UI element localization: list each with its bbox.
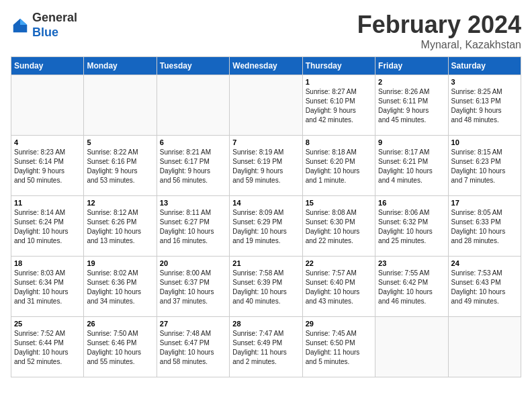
day-info: Sunrise: 8:22 AM Sunset: 6:16 PM Dayligh…	[87, 148, 153, 185]
day-info: Sunrise: 8:11 AM Sunset: 6:27 PM Dayligh…	[160, 208, 226, 246]
calendar-week-row: 25Sunrise: 7:52 AM Sunset: 6:44 PM Dayli…	[11, 317, 521, 377]
day-number: 27	[160, 320, 226, 328]
calendar-title: February 2024	[357, 11, 521, 39]
calendar-cell: 13Sunrise: 8:11 AM Sunset: 6:27 PM Dayli…	[157, 196, 229, 257]
calendar-cell: 8Sunrise: 8:18 AM Sunset: 6:20 PM Daylig…	[302, 136, 375, 196]
day-info: Sunrise: 7:53 AM Sunset: 6:43 PM Dayligh…	[451, 269, 518, 306]
calendar-table: SundayMondayTuesdayWednesdayThursdayFrid…	[11, 56, 521, 377]
calendar-cell: 18Sunrise: 8:03 AM Sunset: 6:34 PM Dayli…	[11, 257, 84, 317]
day-info: Sunrise: 8:06 AM Sunset: 6:32 PM Dayligh…	[378, 208, 445, 246]
day-info: Sunrise: 7:47 AM Sunset: 6:49 PM Dayligh…	[232, 329, 299, 367]
logo-general: General	[32, 11, 77, 24]
day-number: 14	[232, 199, 299, 207]
calendar-cell: 11Sunrise: 8:14 AM Sunset: 6:24 PM Dayli…	[11, 196, 84, 257]
day-number: 28	[232, 320, 299, 328]
day-info: Sunrise: 8:12 AM Sunset: 6:26 PM Dayligh…	[87, 208, 153, 246]
calendar-cell: 16Sunrise: 8:06 AM Sunset: 6:32 PM Dayli…	[375, 196, 448, 257]
calendar-cell: 24Sunrise: 7:53 AM Sunset: 6:43 PM Dayli…	[448, 257, 521, 317]
day-info: Sunrise: 7:50 AM Sunset: 6:46 PM Dayligh…	[87, 329, 153, 367]
calendar-cell: 19Sunrise: 8:02 AM Sunset: 6:36 PM Dayli…	[84, 257, 157, 317]
calendar-cell	[375, 317, 448, 377]
day-info: Sunrise: 8:23 AM Sunset: 6:14 PM Dayligh…	[14, 148, 81, 185]
calendar-cell: 21Sunrise: 7:58 AM Sunset: 6:39 PM Dayli…	[230, 257, 302, 317]
calendar-cell	[157, 75, 229, 136]
calendar-week-row: 18Sunrise: 8:03 AM Sunset: 6:34 PM Dayli…	[11, 257, 521, 317]
day-number: 20	[160, 259, 226, 267]
calendar-cell: 27Sunrise: 7:48 AM Sunset: 6:47 PM Dayli…	[157, 317, 229, 377]
calendar-cell: 26Sunrise: 7:50 AM Sunset: 6:46 PM Dayli…	[84, 317, 157, 377]
day-info: Sunrise: 8:15 AM Sunset: 6:23 PM Dayligh…	[451, 148, 518, 185]
weekday-header: Saturday	[448, 57, 521, 75]
weekday-row: SundayMondayTuesdayWednesdayThursdayFrid…	[11, 57, 521, 75]
logo-blue: Blue	[32, 26, 58, 39]
calendar-cell: 25Sunrise: 7:52 AM Sunset: 6:44 PM Dayli…	[11, 317, 84, 377]
calendar-cell: 17Sunrise: 8:05 AM Sunset: 6:33 PM Dayli…	[448, 196, 521, 257]
day-info: Sunrise: 8:19 AM Sunset: 6:19 PM Dayligh…	[232, 148, 299, 185]
day-number: 24	[451, 259, 518, 267]
calendar-cell	[11, 75, 84, 136]
calendar-week-row: 1Sunrise: 8:27 AM Sunset: 6:10 PM Daylig…	[11, 75, 521, 136]
calendar-cell: 6Sunrise: 8:21 AM Sunset: 6:17 PM Daylig…	[157, 136, 229, 196]
day-info: Sunrise: 8:26 AM Sunset: 6:11 PM Dayligh…	[378, 87, 445, 125]
weekday-header: Tuesday	[157, 57, 229, 75]
day-info: Sunrise: 7:52 AM Sunset: 6:44 PM Dayligh…	[14, 329, 81, 367]
day-number: 6	[160, 138, 226, 146]
calendar-cell: 28Sunrise: 7:47 AM Sunset: 6:49 PM Dayli…	[230, 317, 302, 377]
calendar-week-row: 4Sunrise: 8:23 AM Sunset: 6:14 PM Daylig…	[11, 136, 521, 196]
calendar-cell: 29Sunrise: 7:45 AM Sunset: 6:50 PM Dayli…	[302, 317, 375, 377]
calendar-cell: 20Sunrise: 8:00 AM Sunset: 6:37 PM Dayli…	[157, 257, 229, 317]
calendar-body: 1Sunrise: 8:27 AM Sunset: 6:10 PM Daylig…	[11, 75, 521, 377]
day-number: 21	[232, 259, 299, 267]
calendar-cell: 15Sunrise: 8:08 AM Sunset: 6:30 PM Dayli…	[302, 196, 375, 257]
calendar-cell: 3Sunrise: 8:25 AM Sunset: 6:13 PM Daylig…	[448, 75, 521, 136]
day-number: 13	[160, 199, 226, 207]
day-info: Sunrise: 7:45 AM Sunset: 6:50 PM Dayligh…	[306, 329, 372, 367]
day-info: Sunrise: 8:14 AM Sunset: 6:24 PM Dayligh…	[14, 208, 81, 246]
day-number: 10	[451, 138, 518, 146]
day-number: 26	[87, 320, 153, 328]
weekday-header: Sunday	[11, 57, 84, 75]
day-number: 17	[451, 199, 518, 207]
calendar-cell: 5Sunrise: 8:22 AM Sunset: 6:16 PM Daylig…	[84, 136, 157, 196]
logo-text: General Blue	[32, 11, 77, 40]
day-number: 4	[14, 138, 81, 146]
day-info: Sunrise: 8:00 AM Sunset: 6:37 PM Dayligh…	[160, 269, 226, 306]
day-info: Sunrise: 8:08 AM Sunset: 6:30 PM Dayligh…	[306, 208, 372, 246]
calendar-cell: 22Sunrise: 7:57 AM Sunset: 6:40 PM Dayli…	[302, 257, 375, 317]
day-number: 19	[87, 259, 153, 267]
day-info: Sunrise: 8:21 AM Sunset: 6:17 PM Dayligh…	[160, 148, 226, 185]
calendar-cell: 14Sunrise: 8:09 AM Sunset: 6:29 PM Dayli…	[230, 196, 302, 257]
weekday-header: Monday	[84, 57, 157, 75]
calendar-cell: 12Sunrise: 8:12 AM Sunset: 6:26 PM Dayli…	[84, 196, 157, 257]
day-info: Sunrise: 8:05 AM Sunset: 6:33 PM Dayligh…	[451, 208, 518, 246]
calendar-cell	[230, 75, 302, 136]
calendar-cell	[84, 75, 157, 136]
day-number: 5	[87, 138, 153, 146]
calendar-week-row: 11Sunrise: 8:14 AM Sunset: 6:24 PM Dayli…	[11, 196, 521, 257]
day-number: 18	[14, 259, 81, 267]
day-info: Sunrise: 8:17 AM Sunset: 6:21 PM Dayligh…	[378, 148, 445, 185]
weekday-header: Wednesday	[230, 57, 302, 75]
day-number: 22	[306, 259, 372, 267]
day-info: Sunrise: 7:48 AM Sunset: 6:47 PM Dayligh…	[160, 329, 226, 367]
day-number: 25	[14, 320, 81, 328]
calendar-cell: 7Sunrise: 8:19 AM Sunset: 6:19 PM Daylig…	[230, 136, 302, 196]
day-info: Sunrise: 8:03 AM Sunset: 6:34 PM Dayligh…	[14, 269, 81, 306]
day-info: Sunrise: 8:18 AM Sunset: 6:20 PM Dayligh…	[306, 148, 372, 185]
day-info: Sunrise: 8:25 AM Sunset: 6:13 PM Dayligh…	[451, 87, 518, 125]
logo: General Blue	[11, 11, 77, 40]
day-info: Sunrise: 7:58 AM Sunset: 6:39 PM Dayligh…	[232, 269, 299, 306]
day-info: Sunrise: 8:09 AM Sunset: 6:29 PM Dayligh…	[232, 208, 299, 246]
day-info: Sunrise: 7:55 AM Sunset: 6:42 PM Dayligh…	[378, 269, 445, 306]
day-number: 1	[306, 78, 372, 86]
day-number: 29	[306, 320, 372, 328]
day-number: 7	[232, 138, 299, 146]
calendar-cell: 9Sunrise: 8:17 AM Sunset: 6:21 PM Daylig…	[375, 136, 448, 196]
day-info: Sunrise: 8:27 AM Sunset: 6:10 PM Dayligh…	[306, 87, 372, 125]
day-number: 2	[378, 78, 445, 86]
day-number: 8	[306, 138, 372, 146]
calendar-cell: 2Sunrise: 8:26 AM Sunset: 6:11 PM Daylig…	[375, 75, 448, 136]
svg-marker-1	[20, 18, 27, 24]
calendar-cell: 1Sunrise: 8:27 AM Sunset: 6:10 PM Daylig…	[302, 75, 375, 136]
day-number: 15	[306, 199, 372, 207]
